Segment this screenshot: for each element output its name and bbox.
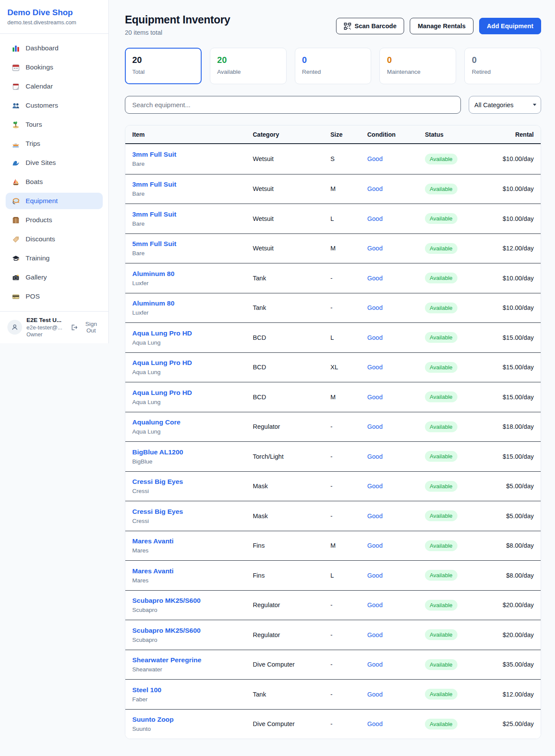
equipment-item-link[interactable]: Shearwater Peregrine (132, 656, 253, 664)
stat-card-rented[interactable]: 0 Rented (295, 48, 372, 84)
status-cell: Available (425, 273, 493, 283)
sidebar-item-tours[interactable]: Tours (6, 116, 103, 133)
condition-link[interactable]: Good (367, 185, 382, 192)
add-equipment-button[interactable]: Add Equipment (479, 18, 541, 34)
status-cell: Available (425, 719, 493, 730)
condition-link[interactable]: Good (367, 691, 382, 698)
page-header: Equipment Inventory 20 items total Scan … (125, 13, 541, 37)
condition-link[interactable]: Good (367, 453, 382, 460)
sidebar-item-customers[interactable]: Customers (6, 97, 103, 114)
sidebar-item-bookings[interactable]: Bookings (6, 59, 103, 76)
equipment-item-link[interactable]: Aluminum 80 (132, 299, 253, 308)
equipment-item-link[interactable]: 3mm Full Suit (132, 150, 253, 159)
manage-rentals-button[interactable]: Manage Rentals (410, 18, 473, 34)
equipment-item-link[interactable]: 5mm Full Suit (132, 240, 253, 248)
equipment-item-link[interactable]: BigBlue AL1200 (132, 448, 253, 457)
speedboat-icon (12, 140, 20, 148)
category-cell: Dive Computer (253, 720, 330, 727)
size-cell: - (330, 631, 367, 638)
stat-value: 0 (302, 55, 364, 66)
condition-link[interactable]: Good (367, 513, 382, 519)
equipment-item-link[interactable]: Cressi Big Eyes (132, 507, 253, 516)
category-select[interactable]: All Categories (469, 96, 541, 114)
sidebar-item-label: Dive Sites (26, 159, 56, 167)
rental-cell: $35.00/day (493, 661, 534, 668)
equipment-item-link[interactable]: Aqua Lung Pro HD (132, 358, 253, 367)
rental-cell: $15.00/day (493, 453, 534, 460)
condition-cell: Good (367, 720, 425, 727)
table-row: Aqua Lung Pro HD Aqua Lung BCD M Good Av… (125, 382, 541, 412)
sidebar-item-boats[interactable]: Boats (6, 174, 103, 190)
sidebar-item-calendar[interactable]: Calendar (6, 78, 103, 95)
sidebar-item-dive-sites[interactable]: Dive Sites (6, 154, 103, 171)
condition-cell: Good (367, 155, 425, 162)
column-header-status: Status (425, 131, 493, 138)
sidebar-item-discounts[interactable]: Discounts (6, 231, 103, 247)
status-cell: Available (425, 391, 493, 402)
rental-cell: $5.00/day (493, 513, 534, 519)
equipment-item-link[interactable]: Suunto Zoop (132, 715, 253, 724)
equipment-item-link[interactable]: Scubapro MK25/S600 (132, 626, 253, 635)
status-cell: Available (425, 481, 493, 492)
scan-barcode-button[interactable]: Scan Barcode (336, 18, 405, 34)
item-cell: Mares Avanti Mares (132, 537, 253, 554)
item-cell: Steel 100 Faber (132, 686, 253, 703)
sign-out-button[interactable]: Sign Out (70, 321, 102, 334)
equipment-item-link[interactable]: Aqua Lung Pro HD (132, 388, 253, 397)
equipment-item-link[interactable]: Aqua Lung Pro HD (132, 329, 253, 338)
stat-card-maintenance[interactable]: 0 Maintenance (379, 48, 456, 84)
condition-link[interactable]: Good (367, 304, 382, 311)
tag-icon (12, 235, 20, 243)
condition-link[interactable]: Good (367, 572, 382, 579)
condition-link[interactable]: Good (367, 155, 382, 162)
brand-link[interactable]: Demo Dive Shop (7, 7, 101, 18)
graduation-cap-icon (12, 254, 20, 263)
condition-link[interactable]: Good (367, 483, 382, 490)
equipment-item-link[interactable]: Mares Avanti (132, 567, 253, 575)
status-badge: Available (425, 184, 457, 194)
equipment-item-link[interactable]: 3mm Full Suit (132, 210, 253, 219)
condition-link[interactable]: Good (367, 631, 382, 638)
condition-link[interactable]: Good (367, 245, 382, 252)
category-cell: Fins (253, 542, 330, 549)
condition-link[interactable]: Good (367, 661, 382, 668)
sidebar-item-products[interactable]: Products (6, 212, 103, 228)
condition-link[interactable]: Good (367, 215, 382, 222)
sidebar-item-training[interactable]: Training (6, 250, 103, 266)
status-badge: Available (425, 570, 457, 581)
search-input[interactable] (125, 96, 461, 114)
sidebar-item-gallery[interactable]: Gallery (6, 269, 103, 286)
equipment-item-link[interactable]: Mares Avanti (132, 537, 253, 546)
equipment-item-link[interactable]: Steel 100 (132, 686, 253, 694)
equipment-item-link[interactable]: 3mm Full Suit (132, 180, 253, 189)
condition-link[interactable]: Good (367, 275, 382, 282)
condition-cell: Good (367, 483, 425, 490)
equipment-item-link[interactable]: Aluminum 80 (132, 270, 253, 278)
stat-card-retired[interactable]: 0 Retired (464, 48, 541, 84)
equipment-item-link[interactable]: Aqualung Core (132, 418, 253, 427)
condition-link[interactable]: Good (367, 364, 382, 371)
stat-card-available[interactable]: 20 Available (210, 48, 287, 84)
sidebar-item-trips[interactable]: Trips (6, 135, 103, 152)
equipment-brand: Bare (132, 160, 253, 168)
rental-cell: $10.00/day (493, 185, 534, 192)
sidebar-item-pos[interactable]: POS (6, 288, 103, 305)
sidebar-item-equipment[interactable]: Equipment (6, 193, 103, 209)
size-cell: M (330, 394, 367, 401)
condition-link[interactable]: Good (367, 602, 382, 608)
page-title-block: Equipment Inventory 20 items total (125, 13, 230, 37)
condition-link[interactable]: Good (367, 394, 382, 401)
rental-cell: $18.00/day (493, 423, 534, 430)
equipment-item-link[interactable]: Scubapro MK25/S600 (132, 596, 253, 605)
condition-cell: Good (367, 334, 425, 341)
equipment-item-link[interactable]: Cressi Big Eyes (132, 477, 253, 486)
condition-link[interactable]: Good (367, 423, 382, 430)
condition-link[interactable]: Good (367, 334, 382, 341)
status-cell: Available (425, 570, 493, 581)
condition-link[interactable]: Good (367, 720, 382, 727)
sidebar-item-dashboard[interactable]: Dashboard (6, 40, 103, 56)
condition-link[interactable]: Good (367, 542, 382, 549)
stat-card-total[interactable]: 20 Total (125, 48, 202, 84)
stats-row: 20 Total 20 Available 0 Rented 0 Mainten… (125, 48, 541, 84)
status-badge: Available (425, 600, 457, 611)
